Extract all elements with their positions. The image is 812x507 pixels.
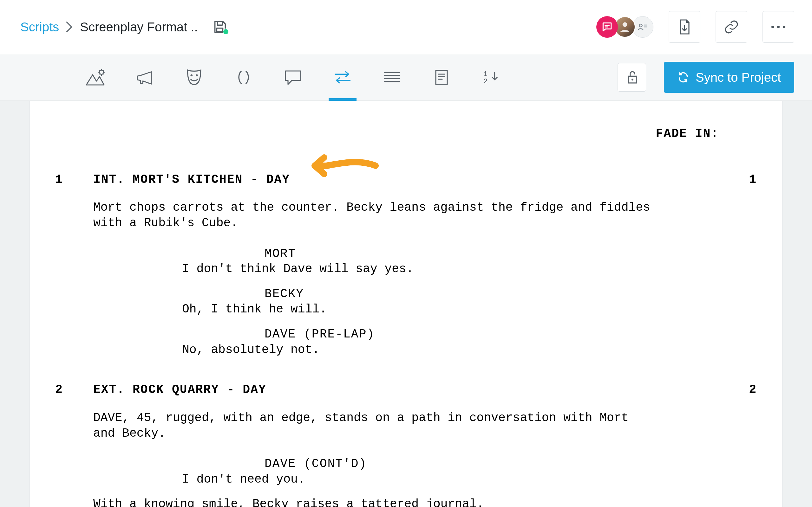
sync-icon: [677, 71, 689, 83]
more-menu-button[interactable]: [763, 11, 794, 43]
svg-point-7: [631, 78, 633, 80]
dialogue-block[interactable]: MORT I don't think Dave will say yes.: [93, 246, 719, 277]
breadcrumb-root-link[interactable]: Scripts: [20, 20, 59, 34]
lock-open-icon: [625, 69, 639, 85]
pdf-icon: [677, 19, 692, 35]
character-cue: DAVE (CONT'D): [93, 456, 719, 472]
dialogue-block[interactable]: DAVE (PRE-LAP) No, absolutely not.: [93, 327, 719, 357]
note-icon: [433, 68, 450, 86]
tool-parenthetical[interactable]: [228, 61, 259, 93]
tool-note[interactable]: [426, 61, 457, 93]
chevron-right-icon: [66, 21, 73, 32]
svg-point-0: [623, 22, 627, 27]
scene-number-left: 2: [55, 382, 93, 398]
id-card-icon: [637, 21, 648, 33]
transition-arrows-icon: [332, 69, 354, 85]
scene-heading-row[interactable]: 1 INT. MORT'S KITCHEN - DAY 1: [93, 172, 719, 187]
mountain-sun-icon: [85, 68, 105, 86]
save-status-dot: [223, 29, 229, 35]
tool-action[interactable]: [376, 61, 408, 93]
export-pdf-button[interactable]: [669, 11, 700, 43]
tool-megaphone[interactable]: [129, 61, 160, 93]
tool-character[interactable]: [178, 61, 210, 93]
dialogue-block[interactable]: DAVE (CONT'D) I don't need you.: [93, 456, 719, 487]
svg-text:1: 1: [484, 70, 488, 78]
tool-dialogue[interactable]: [277, 61, 309, 93]
character-cue: MORT: [93, 246, 719, 262]
top-bar: Scripts Screenplay Format ..: [0, 0, 812, 54]
tool-transition[interactable]: [327, 61, 358, 93]
tool-scene-heading[interactable]: [79, 61, 111, 93]
scene-heading-row[interactable]: 2 EXT. ROCK QUARRY - DAY 2: [93, 382, 719, 398]
sync-label: Sync to Project: [696, 70, 781, 84]
character-cue: DAVE (PRE-LAP): [93, 327, 719, 342]
lines-icon: [383, 69, 401, 85]
fade-in: FADE IN:: [93, 126, 719, 142]
scene-heading-text: INT. MORT'S KITCHEN - DAY: [93, 172, 290, 187]
person-icon: [618, 20, 632, 34]
save-button[interactable]: [212, 20, 227, 34]
megaphone-icon: [135, 69, 154, 86]
svg-point-1: [640, 24, 642, 27]
editor-stage: FADE IN: 1 INT. MORT'S KITCHEN - DAY 1 M…: [0, 101, 812, 507]
sync-to-project-button[interactable]: Sync to Project: [664, 62, 794, 93]
action-text[interactable]: Mort chops carrots at the counter. Becky…: [93, 200, 652, 231]
script-page[interactable]: FADE IN: 1 INT. MORT'S KITCHEN - DAY 1 M…: [30, 101, 782, 507]
more-icon: [771, 26, 785, 28]
dialogue-line: I don't need you.: [93, 472, 525, 487]
presence-stack: [596, 16, 653, 38]
tool-scene-numbers[interactable]: 12: [475, 61, 507, 93]
svg-text:2: 2: [484, 77, 488, 85]
action-text[interactable]: DAVE, 45, rugged, with an edge, stands o…: [93, 410, 652, 441]
scene-number-right: 1: [719, 172, 757, 187]
dialogue-line: Oh, I think he will.: [93, 302, 525, 317]
action-text[interactable]: With a knowing smile, Becky raises a tat…: [93, 497, 652, 507]
character-cue: BECKY: [93, 286, 719, 302]
share-link-button[interactable]: [716, 11, 747, 43]
link-icon: [723, 19, 740, 35]
comments-button[interactable]: [596, 16, 618, 38]
format-toolbar: 12 Sync to Project: [0, 54, 812, 101]
dialogue-line: I don't think Dave will say yes.: [93, 262, 525, 277]
comment-icon: [601, 21, 613, 33]
numbered-list-icon: 12: [481, 69, 501, 86]
parentheses-icon: [235, 69, 252, 86]
scene-heading-text: EXT. ROCK QUARRY - DAY: [93, 382, 266, 398]
dialogue-block[interactable]: BECKY Oh, I think he will.: [93, 286, 719, 317]
breadcrumb: Scripts Screenplay Format ..: [20, 20, 198, 34]
svg-point-3: [190, 74, 193, 76]
lock-button[interactable]: [618, 63, 646, 92]
scene-number-left: 1: [55, 172, 93, 187]
speech-bubble-icon: [284, 69, 303, 86]
svg-point-4: [196, 74, 198, 76]
dialogue-line: No, absolutely not.: [93, 342, 525, 358]
mask-icon: [185, 67, 203, 87]
breadcrumb-current: Screenplay Format ..: [80, 20, 198, 34]
scene-number-right: 2: [719, 382, 757, 398]
